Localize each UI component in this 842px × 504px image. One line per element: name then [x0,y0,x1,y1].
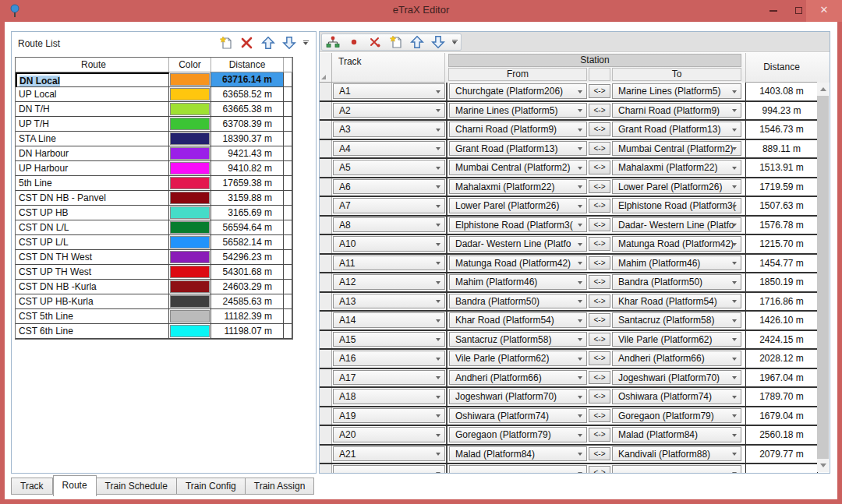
route-name-cell[interactable]: CST DN TH West [16,250,169,265]
row-selector-cell[interactable] [320,83,332,100]
route-row[interactable]: STA Line18390.37 m [16,132,292,146]
row-selector-cell[interactable] [320,121,332,139]
to-station-dropdown[interactable]: Elphistone Road (Platform3( [612,198,741,213]
track-distance-cell[interactable]: 1426.10 m [745,312,818,330]
to-station-dropdown[interactable]: Oshiwara (Platform74) [612,389,741,404]
route-distance-cell[interactable]: 17659.38 m [211,176,284,191]
route-name-cell[interactable]: CST UP L/L [16,235,169,250]
from-station-dropdown[interactable]: Grant Road (Platform13) [449,141,587,157]
route-name-cell[interactable]: CST UP TH West [16,265,169,280]
move-up-button[interactable] [409,33,426,51]
toolbar-overflow-icon[interactable] [302,41,310,46]
row-selector-cell[interactable] [320,312,332,330]
from-station-dropdown[interactable]: Lower Parel (Platform26) [449,198,587,213]
swap-direction-button[interactable]: <-> [589,447,610,461]
swap-direction-button[interactable]: <-> [589,313,610,327]
route-name-cell[interactable]: CST 6th Line [16,324,169,339]
close-button[interactable]: ✕ [806,0,842,22]
from-station-dropdown[interactable]: Santacruz (Platform58) [449,332,587,347]
minimize-button[interactable] [761,0,786,22]
row-selector-cell[interactable] [320,235,332,253]
swap-direction-button[interactable]: <-> [589,351,610,365]
route-color-cell[interactable] [169,206,211,220]
from-station-dropdown[interactable]: Matunga Road (Platform42) [449,256,587,271]
to-station-dropdown[interactable]: Andheri (Platform66) [612,351,741,366]
route-distance-cell[interactable]: 9410.82 m [211,161,284,176]
route-color-cell[interactable] [169,265,211,280]
route-row[interactable]: CST DN L/L56594.64 m [16,220,292,235]
to-station-dropdown[interactable]: Dadar- Western Line (Platfo [612,217,741,233]
route-distance-cell[interactable]: 63658.52 m [211,87,284,102]
track-dropdown[interactable] [333,465,445,473]
route-color-cell[interactable] [169,324,211,339]
swap-direction-button[interactable]: <-> [589,409,610,423]
track-distance-cell[interactable]: 1546.73 m [745,121,818,139]
route-distance-cell[interactable]: 3165.69 m [211,206,284,220]
track-dropdown[interactable]: A17 [333,370,445,386]
track-dropdown[interactable]: A11 [333,256,445,271]
from-station-dropdown[interactable]: Malad (Platform84) [449,446,587,462]
track-dropdown[interactable]: A10 [333,236,445,252]
route-row[interactable]: CST 5th Line11182.39 m [16,309,292,324]
row-selector-cell[interactable] [320,388,332,406]
from-station-dropdown[interactable]: Churchgate (Platform206) [449,83,587,99]
swap-direction-button[interactable]: <-> [589,104,610,118]
move-down-button[interactable] [281,34,298,51]
swap-direction-button[interactable]: <-> [589,389,610,404]
to-station-dropdown[interactable]: Malad (Platform84) [612,427,741,442]
track-distance-cell[interactable]: 1403.08 m [745,83,818,100]
move-up-button[interactable] [260,34,277,51]
route-color-cell[interactable] [169,294,211,309]
toolbar-overflow-icon[interactable] [451,40,458,45]
swap-direction-button[interactable]: <-> [589,122,610,136]
from-station-dropdown[interactable]: Elphistone Road (Platform3( [449,217,587,233]
track-distance-cell[interactable]: 1850.19 m [745,273,818,291]
track-dropdown[interactable]: A13 [333,294,445,309]
route-name-cell[interactable]: UP Local [16,87,169,102]
track-dropdown[interactable]: A4 [333,141,445,157]
from-station-dropdown[interactable] [449,465,587,473]
to-station-dropdown[interactable] [612,465,741,473]
row-selector-cell[interactable] [320,140,332,158]
swap-direction-button[interactable]: <-> [589,294,610,308]
route-distance-cell[interactable]: 54296.23 m [211,250,284,265]
column-header-from[interactable]: From [448,68,587,81]
from-station-dropdown[interactable]: Oshiwara (Platform74) [449,408,587,424]
route-row[interactable]: CST DN TH West54296.23 m [16,250,292,265]
tab-route[interactable]: Route [53,475,97,496]
delete-node-button[interactable] [366,33,384,51]
to-station-dropdown[interactable]: Vile Parle (Platform62) [612,332,741,347]
track-distance-cell[interactable]: 1967.04 m [745,369,818,387]
row-selector-cell[interactable] [320,102,332,120]
swap-direction-button[interactable]: <-> [589,256,610,270]
swap-direction-button[interactable]: <-> [589,142,610,156]
row-selector-cell[interactable] [320,464,332,473]
to-station-dropdown[interactable]: Lower Parel (Platform26) [612,179,741,195]
route-row[interactable]: UP Local63658.52 m [16,87,292,102]
route-name-cell[interactable]: DN Local [16,72,169,87]
track-distance-cell[interactable]: 994.23 m [745,102,818,120]
to-station-dropdown[interactable]: Kandivali (Platform88) [612,446,741,462]
route-distance-cell[interactable]: 63708.39 m [211,117,284,132]
track-distance-cell[interactable]: 2424.15 m [745,331,818,349]
route-row[interactable]: 5th Line17659.38 m [16,176,292,191]
from-station-dropdown[interactable]: Mumbai Central (Platform2) [449,160,587,175]
route-distance-cell[interactable]: 18390.37 m [211,132,284,146]
column-header-track[interactable]: Track [332,53,445,83]
column-header-distance[interactable]: Distance [211,58,284,72]
route-name-cell[interactable]: STA Line [16,132,169,146]
route-row[interactable]: CST UP L/L56582.14 m [16,235,292,250]
from-station-dropdown[interactable]: Andheri (Platform66) [449,370,587,386]
column-header-route[interactable]: Route [16,58,169,72]
track-dropdown[interactable]: A2 [333,103,445,118]
route-name-cell[interactable]: UP Harbour [16,161,169,176]
route-name-cell[interactable]: CST DN HB -Kurla [16,280,169,294]
route-color-cell[interactable] [169,102,211,117]
scroll-down-button[interactable] [817,459,829,472]
route-name-cell[interactable]: UP T/H [16,117,169,132]
route-color-cell[interactable] [169,132,211,146]
route-color-cell[interactable] [169,280,211,294]
route-color-cell[interactable] [169,309,211,324]
track-dropdown[interactable]: A15 [333,332,445,347]
tab-train-assign[interactable]: Train Assign [246,478,315,495]
